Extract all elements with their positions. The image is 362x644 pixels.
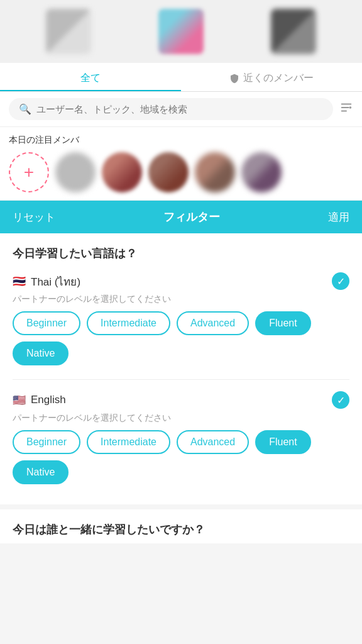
avatar-blur-1	[46, 9, 91, 54]
thai-flag: 🇹🇭	[13, 275, 26, 288]
featured-title: 本日の注目メンバ	[9, 135, 353, 146]
filter-content: 今日学習したい言語は？ 🇹🇭 Thai (ไทย) ✓ パートナーのレベルを選択…	[0, 233, 362, 504]
tab-all[interactable]: 全て	[0, 63, 181, 91]
featured-avatar-1	[55, 152, 96, 192]
avatar-blur-3	[271, 9, 316, 54]
apply-button[interactable]: 適用	[328, 210, 349, 225]
thai-advanced-btn[interactable]: Advanced	[177, 311, 249, 335]
featured-avatar-3	[148, 152, 189, 192]
bottom-section: 今日は誰と一緒に学習したいですか？	[0, 504, 362, 543]
featured-avatar-2	[102, 152, 142, 192]
english-intermediate-btn[interactable]: Intermediate	[87, 430, 170, 454]
tab-nearby-label: 近くのメンバー	[243, 72, 314, 85]
add-member-button[interactable]: +	[9, 152, 49, 192]
english-label: English	[31, 394, 66, 406]
tab-all-label: 全て	[80, 72, 101, 83]
featured-section: 本日の注目メンバ +	[0, 127, 362, 201]
featured-avatar-4	[195, 152, 235, 192]
thai-intermediate-btn[interactable]: Intermediate	[87, 311, 170, 335]
avatar-blur-2	[158, 9, 204, 54]
bottom-section-title: 今日は誰と一緒に学習したいですか？	[13, 522, 349, 537]
search-input-wrap[interactable]: 🔍	[9, 98, 333, 120]
shield-icon	[229, 74, 239, 84]
english-flag: 🇺🇸	[13, 394, 26, 407]
search-input[interactable]	[36, 104, 323, 114]
featured-avatar-5	[241, 152, 282, 192]
svg-point-3	[349, 106, 352, 109]
filter-icon[interactable]	[339, 101, 353, 118]
thai-check-icon[interactable]: ✓	[332, 272, 349, 290]
thai-fluent-btn[interactable]: Fluent	[255, 311, 310, 335]
language-header-thai: 🇹🇭 Thai (ไทย) ✓	[13, 272, 349, 290]
english-fluent-btn[interactable]: Fluent	[255, 430, 310, 454]
tabs: 全て 近くのメンバー	[0, 63, 362, 92]
thai-label: Thai (ไทย)	[31, 273, 80, 290]
english-beginner-btn[interactable]: Beginner	[13, 430, 80, 454]
thai-native-btn[interactable]: Native	[13, 341, 69, 365]
tab-nearby[interactable]: 近くのメンバー	[181, 63, 362, 91]
add-icon: +	[24, 162, 34, 182]
english-level-buttons: Beginner Intermediate Advanced Fluent Na…	[13, 430, 349, 484]
filter-section-title: 今日学習したい言語は？	[13, 246, 349, 261]
reset-button[interactable]: リセット	[13, 210, 55, 225]
language-item-thai: 🇹🇭 Thai (ไทย) ✓ パートナーのレベルを選択してください Begin…	[13, 272, 349, 365]
language-header-english: 🇺🇸 English ✓	[13, 391, 349, 409]
thai-beginner-btn[interactable]: Beginner	[13, 311, 80, 335]
language-item-english: 🇺🇸 English ✓ パートナーのレベルを選択してください Beginner…	[13, 391, 349, 484]
featured-row: +	[9, 152, 353, 192]
english-level-hint: パートナーのレベルを選択してください	[13, 413, 349, 424]
english-check-icon[interactable]: ✓	[332, 391, 349, 409]
english-native-btn[interactable]: Native	[13, 460, 69, 484]
divider-1	[13, 379, 349, 380]
thai-level-hint: パートナーのレベルを選択してください	[13, 294, 349, 305]
search-bar: 🔍	[0, 92, 362, 127]
filter-bar: リセット フィルター 適用	[0, 201, 362, 233]
language-name-thai: 🇹🇭 Thai (ไทย)	[13, 273, 80, 290]
thai-level-buttons: Beginner Intermediate Advanced Fluent Na…	[13, 311, 349, 365]
filter-title: フィルター	[163, 209, 220, 225]
top-bar	[0, 0, 362, 63]
language-name-english: 🇺🇸 English	[13, 394, 66, 407]
search-icon: 🔍	[19, 103, 31, 115]
english-advanced-btn[interactable]: Advanced	[177, 430, 249, 454]
